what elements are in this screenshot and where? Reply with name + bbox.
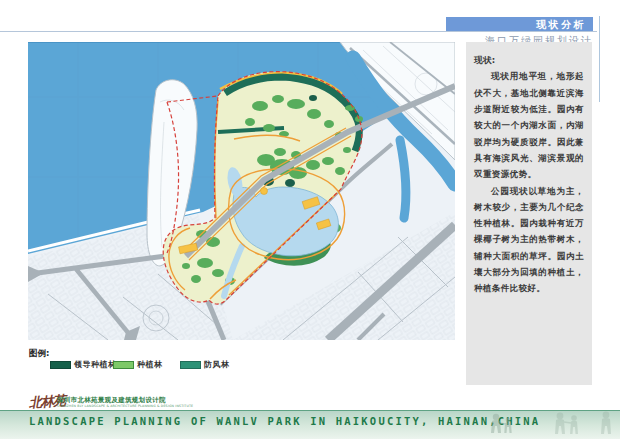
legend-swatch-planting xyxy=(113,361,134,369)
header-rule xyxy=(0,31,597,32)
legend-swatch-windbreak xyxy=(180,361,201,369)
section-title-bar: 现状分析 xyxy=(446,17,593,31)
header-vertical-rule xyxy=(599,16,600,102)
legend-title: 图例: xyxy=(29,348,49,360)
status-text-panel: 现状: 现状用地平坦，地形起伏不大，基地北侧靠近滨海步道附近较为低洼。园内有较大… xyxy=(466,42,592,385)
legend-label-windbreak: 防风林 xyxy=(204,359,230,370)
panel-paragraph-1: 现状用地平坦，地形起伏不大，基地北侧靠近滨海步道附近较为低洼。园内有较大的一个内… xyxy=(474,68,584,182)
legend-label-planting: 种植林 xyxy=(137,359,163,370)
presentation-board: 现状分析 海口万绿园规划设计 xyxy=(0,0,620,439)
people-silhouettes-decoration xyxy=(400,411,620,439)
panel-paragraph-2: 公园现状以草地为主，树木较少，主要为几个纪念性种植林。园内栽种有近万棵椰子树为主… xyxy=(474,183,584,297)
panel-title: 现状: xyxy=(474,52,584,68)
institute-name-en: SHENZHEN BLY LANDSCAPE & ARCHITECTURE PL… xyxy=(57,404,193,408)
legend-label-leader-planting: 领导种植林 xyxy=(74,359,117,370)
title-banner: LANDSCAPE PLANNING OF WANLV PARK IN HAIK… xyxy=(0,410,620,439)
legend-swatch-leader-planting xyxy=(50,361,71,369)
site-plan-map xyxy=(28,42,455,340)
